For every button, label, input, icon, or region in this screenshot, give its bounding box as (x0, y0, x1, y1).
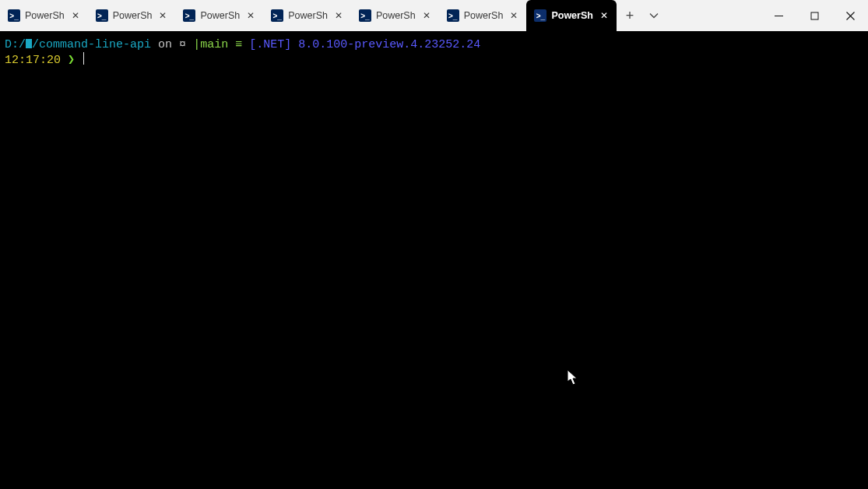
tab-label: PowerSh (200, 11, 240, 21)
close-tab-icon[interactable]: ✕ (420, 9, 433, 22)
prompt-line-1: D://command-line-api on ¤ |main ≡ [.NET]… (5, 38, 480, 51)
prompt-line-2: 12:17:20 ❯ (5, 54, 84, 67)
maximize-button[interactable] (796, 0, 832, 31)
folder-icon (26, 39, 32, 48)
close-window-button[interactable] (832, 0, 868, 31)
powershell-icon: >_ (8, 9, 20, 22)
path-segment: D://command-line-api (5, 38, 151, 51)
branch-name: main (200, 38, 228, 51)
powershell-icon: >_ (183, 9, 195, 22)
tab-item[interactable]: >_ PowerSh ✕ (351, 0, 439, 31)
tab-item[interactable]: >_ PowerSh ✕ (439, 0, 527, 31)
github-icon: ¤ (179, 38, 186, 51)
powershell-icon: >_ (359, 9, 371, 22)
branch-icon: | (193, 38, 200, 51)
branch-segment: |main (193, 38, 228, 51)
close-tab-icon[interactable]: ✕ (156, 9, 169, 22)
close-tab-icon[interactable]: ✕ (508, 9, 520, 22)
prompt-symbol: ❯ (68, 54, 75, 67)
chevron-down-icon (649, 11, 659, 20)
titlebar: >_ PowerSh ✕ >_ PowerSh ✕ >_ PowerSh ✕ >… (0, 0, 868, 31)
tab-item-active[interactable]: >_ PowerSh ✕ (526, 0, 617, 31)
tab-strip: >_ PowerSh ✕ >_ PowerSh ✕ >_ PowerSh ✕ >… (0, 0, 617, 31)
tab-label: PowerSh (288, 11, 328, 21)
svg-rect-0 (811, 12, 818, 19)
on-text: on (158, 38, 172, 51)
titlebar-drag-area[interactable] (665, 0, 761, 31)
new-tab-dropdown[interactable] (643, 0, 665, 31)
close-tab-icon[interactable]: ✕ (69, 9, 82, 22)
tab-label: PowerSh (464, 11, 504, 21)
close-tab-icon[interactable]: ✕ (244, 9, 257, 22)
tab-label: PowerSh (113, 11, 153, 21)
window-controls (761, 0, 868, 31)
powershell-icon: >_ (534, 9, 546, 22)
tab-item[interactable]: >_ PowerSh ✕ (263, 0, 351, 31)
new-tab-button[interactable]: + (617, 0, 643, 31)
tab-item[interactable]: >_ PowerSh ✕ (175, 0, 263, 31)
close-tab-icon[interactable]: ✕ (598, 9, 610, 22)
maximize-icon (810, 12, 819, 20)
dotnet-version: [.NET] 8.0.100-preview.4.23252.24 (249, 38, 480, 51)
sync-equiv-icon: ≡ (235, 38, 242, 51)
terminal-cursor (83, 52, 84, 65)
tab-item[interactable]: >_ PowerSh ✕ (88, 0, 176, 31)
tab-label: PowerSh (551, 11, 593, 21)
terminal-viewport[interactable]: D://command-line-api on ¤ |main ≡ [.NET]… (0, 31, 868, 489)
tab-item[interactable]: >_ PowerSh ✕ (0, 0, 88, 31)
powershell-icon: >_ (96, 9, 108, 22)
tab-label: PowerSh (25, 11, 65, 21)
time-segment: 12:17:20 (5, 54, 61, 67)
powershell-icon: >_ (271, 9, 283, 22)
minimize-icon (775, 12, 783, 20)
minimize-button[interactable] (761, 0, 796, 31)
close-tab-icon[interactable]: ✕ (332, 9, 345, 22)
close-icon (846, 12, 855, 20)
powershell-icon: >_ (447, 9, 459, 22)
tab-label: PowerSh (376, 11, 416, 21)
